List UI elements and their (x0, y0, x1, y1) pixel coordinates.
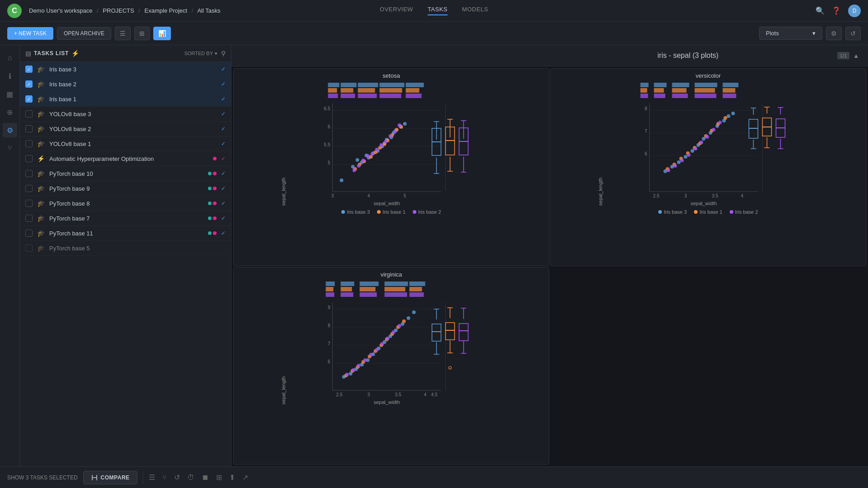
task-row[interactable]: 🎓 YOLOv8 base 1 ✓ (20, 136, 231, 151)
task-type-icon: 🎓 (37, 110, 45, 117)
settings-icon[interactable]: ⚙ (826, 27, 842, 40)
sidebar-icon-table[interactable]: ▦ (3, 87, 17, 101)
clock-icon[interactable]: ⏱ (187, 474, 194, 482)
tasks-list: 🎓 Iris base 3 ✓ 🎓 Iris base 2 ✓ 🎓 Iris b… (20, 62, 231, 466)
task-type-icon: 🎓 (37, 80, 45, 88)
toolbar: + NEW TASK OPEN ARCHIVE ☰ ⊞ 📊 Plots ▾ ⚙ … (0, 22, 868, 45)
svg-point-221 (402, 319, 406, 323)
legend-iris-base-2: Iris base 2 (413, 209, 441, 215)
bottom-icons: ☰ ⑂ ↺ ⏱ ⏹ ⊞ ⬆ ↗ (149, 473, 248, 482)
task-checkbox[interactable] (25, 170, 33, 177)
task-row[interactable]: 🎓 PyTorch base 11 ✓ (20, 226, 231, 241)
task-row[interactable]: ⚡ Automatic Hyperparameter Optimization … (20, 151, 231, 166)
svg-point-144 (706, 135, 709, 139)
upload-icon[interactable]: ⬆ (229, 473, 235, 482)
task-row[interactable]: 🎓 Iris base 1 ✓ (20, 92, 231, 107)
refresh-bottom-icon[interactable]: ↺ (174, 473, 180, 482)
task-checkbox[interactable] (25, 155, 33, 162)
task-type-icon: 🎓 (37, 66, 45, 73)
sidebar-icon-branch[interactable]: ⑂ (3, 141, 17, 155)
svg-rect-95 (695, 88, 715, 93)
task-checkbox[interactable] (25, 95, 33, 103)
svg-text:7: 7 (645, 129, 647, 134)
task-checkbox[interactable] (25, 230, 33, 237)
task-checkbox[interactable] (25, 66, 33, 73)
bottom-bar: SHOW 3 TASKS SELECTED COMPARE ☰ ⑂ ↺ ⏱ ⏹ … (0, 466, 868, 488)
plot-setosa-svg: 6.5 6 5.5 5 3 4 5 sepal_w (237, 81, 545, 207)
list-icon[interactable]: ☰ (149, 473, 155, 482)
svg-point-60 (366, 154, 370, 158)
content-area: iris - sepal (3 plots) 1/1 ▲ setosa (231, 45, 868, 466)
task-row[interactable]: 🎓 PyTorch base 8 ✓ (20, 196, 231, 211)
export-icon[interactable]: ↗ (242, 473, 248, 482)
task-row[interactable]: 🎓 PyTorch base 10 ✓ (20, 166, 231, 181)
sidebar-icon-home[interactable]: ⌂ (3, 51, 17, 65)
new-task-button[interactable]: + NEW TASK (7, 27, 53, 40)
task-name: YOLOv8 base 3 (49, 111, 217, 117)
task-row[interactable]: 🎓 Iris base 2 ✓ (20, 77, 231, 92)
list-view-button[interactable]: ☰ (115, 27, 131, 40)
task-row[interactable]: 🎓 Iris base 3 ✓ (20, 62, 231, 77)
task-checkbox[interactable] (25, 125, 33, 132)
show-selected-label: SHOW 3 TASKS SELECTED (7, 474, 78, 481)
tab-models[interactable]: MODELS (462, 6, 488, 15)
task-row[interactable]: 🎓 YOLOv8 base 3 ✓ (20, 107, 231, 122)
svg-rect-169 (385, 282, 408, 286)
task-checkbox[interactable] (25, 110, 33, 117)
plots-dropdown[interactable]: Plots ▾ (759, 27, 822, 40)
svg-point-58 (357, 164, 361, 168)
task-checkbox[interactable] (25, 200, 33, 207)
filter-options-icon[interactable]: ⚲ (221, 50, 226, 57)
svg-point-139 (674, 164, 677, 168)
task-complete-icon: ✓ (221, 200, 226, 206)
svg-point-137 (724, 116, 727, 120)
svg-text:sepal_length: sepal_length (281, 178, 286, 206)
network-icon[interactable]: ⑂ (162, 474, 167, 482)
sidebar-icon-info[interactable]: ℹ (3, 69, 17, 83)
open-archive-button[interactable]: OPEN ARCHIVE (57, 27, 111, 40)
plot-versicolor-title: versicolor (554, 72, 862, 79)
task-row[interactable]: 🎓 PyTorch base 5 (20, 241, 231, 256)
svg-rect-170 (410, 282, 425, 286)
svg-text:3: 3 (368, 392, 370, 397)
svg-rect-92 (641, 88, 647, 93)
sidebar-icons: ⌂ ℹ ▦ ⊕ ⚙ ⑂ (0, 45, 20, 466)
grid-view-button[interactable]: ⊞ (134, 27, 150, 40)
help-icon[interactable]: ❓ (832, 6, 841, 15)
collapse-button[interactable]: ▤ (25, 50, 31, 57)
stop-icon[interactable]: ⏹ (202, 474, 209, 482)
sidebar-icon-layers[interactable]: ⊕ (3, 105, 17, 119)
svg-point-209 (407, 316, 410, 320)
svg-rect-99 (672, 94, 688, 98)
svg-point-225 (363, 358, 367, 362)
sidebar-icon-settings[interactable]: ⚙ (3, 123, 17, 137)
sorted-by-dropdown[interactable]: SORTED BY ▾ (184, 51, 217, 56)
svg-point-44 (403, 122, 407, 126)
task-type-icon: 🎓 (37, 244, 45, 252)
svg-text:8: 8 (645, 106, 647, 111)
task-checkbox[interactable] (25, 80, 33, 88)
task-complete-icon: ✓ (221, 66, 226, 72)
svg-text:6: 6 (645, 151, 647, 156)
task-row[interactable]: 🎓 YOLOv8 base 2 ✓ (20, 122, 231, 136)
search-icon[interactable]: 🔍 (816, 6, 825, 15)
svg-point-64 (384, 140, 388, 143)
tab-tasks[interactable]: TASKS (428, 6, 448, 15)
task-checkbox[interactable] (25, 215, 33, 222)
chart-view-button[interactable]: 📊 (153, 27, 171, 40)
task-checkbox[interactable] (25, 140, 33, 147)
task-row[interactable]: 🎓 PyTorch base 7 ✓ (20, 211, 231, 226)
task-checkbox[interactable] (25, 244, 33, 252)
compare-button[interactable]: COMPARE (83, 471, 137, 484)
task-row[interactable]: 🎓 PyTorch base 9 ✓ (20, 181, 231, 196)
collapse-icon[interactable]: ▲ (853, 52, 859, 59)
task-checkbox[interactable] (25, 185, 33, 192)
top-nav: C Demo User's workspace / PROJECTS / Exa… (0, 0, 868, 22)
user-avatar[interactable]: D (848, 5, 861, 17)
filter-icon[interactable]: ⚡ (71, 50, 79, 57)
svg-text:sepal_length: sepal_length (598, 178, 603, 206)
tab-overview[interactable]: OVERVIEW (380, 6, 413, 15)
bottom-separator (143, 471, 143, 484)
refresh-icon[interactable]: ↺ (845, 27, 861, 40)
table-icon[interactable]: ⊞ (216, 473, 222, 482)
